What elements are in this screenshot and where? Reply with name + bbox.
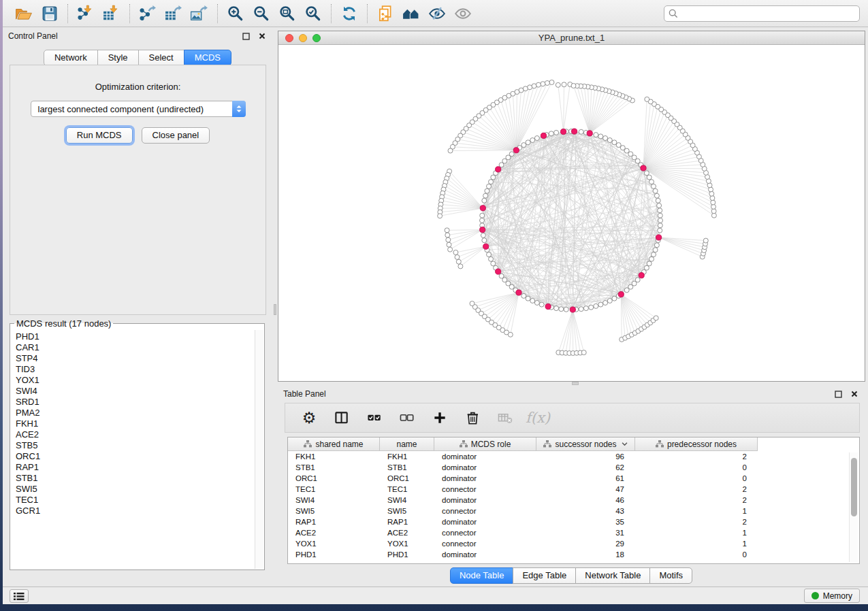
table-row[interactable]: PHD1PHD1dominator180 [288,549,847,560]
table-row[interactable]: RAP1RAP1dominator352 [288,516,847,527]
graph-node[interactable] [564,307,568,312]
graph-node[interactable] [711,213,716,218]
graph-node[interactable] [534,301,539,306]
import-network-icon[interactable] [73,3,99,24]
mcds-result-item[interactable]: SRD1 [16,397,255,408]
graph-hub-node[interactable] [480,227,485,233]
graph-node[interactable] [635,278,640,282]
graph-node[interactable] [455,254,460,259]
delete-column-icon[interactable] [461,406,484,429]
graph-node[interactable] [541,82,545,86]
graph-node[interactable] [487,252,492,257]
tab-node-table[interactable]: Node Table [450,567,514,584]
graph-node[interactable] [499,163,504,167]
graph-node[interactable] [448,148,453,153]
graph-hub-node[interactable] [618,292,624,297]
graph-node[interactable] [562,82,566,87]
close-panel-icon[interactable] [257,31,268,41]
graph-node[interactable] [438,214,443,218]
mcds-result-item[interactable]: PHD1 [16,331,255,342]
table-row[interactable]: SWI4SWI4dominator462 [288,495,847,506]
graph-node[interactable] [598,302,603,307]
tab-motifs[interactable]: Motifs [649,567,692,584]
graph-node[interactable] [491,175,496,180]
graph-node[interactable] [447,242,451,247]
window-close-icon[interactable] [285,34,293,42]
graph-node[interactable] [607,138,612,143]
graph-node[interactable] [554,306,559,311]
scrollbar-thumb[interactable] [851,458,857,516]
mcds-result-item[interactable]: STB1 [16,473,255,484]
graph-node[interactable] [594,133,598,137]
graph-node[interactable] [647,175,652,180]
table-row[interactable]: ORC1ORC1dominator610 [288,473,847,484]
graph-node[interactable] [598,134,603,139]
first-neighbors-icon[interactable] [398,3,424,24]
open-session-icon[interactable] [11,3,37,24]
tab-network-table[interactable]: Network Table [575,567,650,584]
deselect-all-rows-icon[interactable] [396,406,419,429]
network-graph[interactable] [278,45,865,381]
graph-node[interactable] [536,82,541,87]
export-network-icon[interactable] [135,3,161,24]
graph-node[interactable] [559,307,564,312]
table-row[interactable]: SWI5SWI5connector431 [288,506,847,516]
column-header-shared-name[interactable]: shared name [288,437,380,451]
graph-node[interactable] [658,228,662,233]
task-history-button[interactable] [10,589,29,603]
graph-hub-node[interactable] [561,129,566,134]
network-window-titlebar[interactable]: YPA_prune.txt_1 [278,31,865,45]
graph-node[interactable] [658,213,662,218]
column-header-mcds-role[interactable]: MCDS role [434,437,536,451]
tab-style[interactable]: Style [97,50,139,66]
mcds-result-item[interactable]: GCR1 [16,506,255,516]
graph-node[interactable] [448,247,453,252]
graph-node[interactable] [445,233,450,237]
table-row[interactable]: YOX1YOX1connector291 [288,538,847,549]
graph-node[interactable] [526,140,530,145]
graph-node[interactable] [554,130,559,135]
graph-node[interactable] [653,188,658,193]
mcds-result-item[interactable]: STB5 [16,440,255,451]
graph-node[interactable] [649,257,654,261]
tab-network[interactable]: Network [44,50,98,66]
export-table-icon[interactable] [161,3,187,24]
graph-node[interactable] [532,84,536,88]
graph-hub-node[interactable] [541,133,546,138]
zoom-fit-icon[interactable] [274,3,300,24]
graph-node[interactable] [711,204,716,209]
graph-node[interactable] [603,136,608,141]
graph-node[interactable] [658,208,662,213]
graph-node[interactable] [711,209,716,214]
mcds-result-item[interactable]: ORC1 [16,451,255,462]
network-canvas[interactable] [278,45,865,381]
graph-node[interactable] [521,293,526,298]
graph-hub-node[interactable] [639,273,644,278]
graph-node[interactable] [581,350,586,355]
mcds-result-item[interactable]: PMA2 [16,408,255,418]
graph-node[interactable] [480,218,485,223]
table-settings-icon[interactable]: ⚙ [298,406,321,429]
float-panel-icon[interactable] [833,389,843,399]
memory-button[interactable]: Memory [804,589,860,603]
graph-node[interactable] [589,305,594,310]
graph-node[interactable] [649,180,654,184]
graph-node[interactable] [549,131,553,136]
graph-node[interactable] [624,148,629,153]
float-panel-icon[interactable] [240,31,251,41]
export-image-icon[interactable] [187,3,212,24]
vertical-splitter[interactable] [273,27,278,587]
graph-hub-node[interactable] [587,131,592,136]
graph-node[interactable] [534,136,539,141]
graph-node[interactable] [658,223,662,228]
show-all-icon[interactable] [450,3,476,24]
graph-node[interactable] [645,97,649,101]
graph-node[interactable] [482,238,487,243]
tab-select[interactable]: Select [138,50,184,66]
graph-node[interactable] [456,259,461,264]
run-mcds-button[interactable]: Run MCDS [66,127,133,144]
graph-hub-node[interactable] [545,303,551,309]
table-row[interactable]: FKH1FKH1dominator962 [288,451,847,462]
mcds-result-item[interactable]: YOX1 [16,375,255,386]
graph-node[interactable] [458,264,463,269]
